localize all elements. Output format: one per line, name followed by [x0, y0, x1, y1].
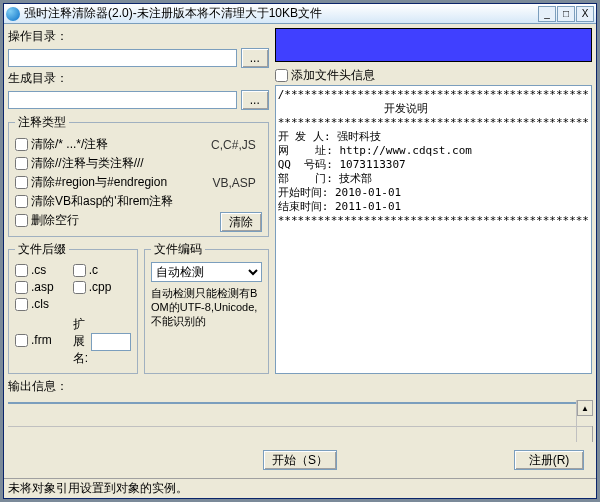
app-window: 强时注释清除器(2.0)-未注册版本将不清理大于10KB文件 _ □ X 操作目…	[3, 3, 597, 499]
ext-label: 扩展名:	[73, 316, 88, 367]
comment-types-legend: 注释类型	[15, 114, 69, 131]
register-button[interactable]: 注册(R)	[514, 450, 584, 470]
operate-dir-label: 操作目录：	[8, 28, 269, 45]
status-text: 未将对象引用设置到对象的实例。	[8, 480, 188, 497]
ct-check-0[interactable]: 清除/* ...*/注释	[15, 136, 108, 153]
suf-3[interactable]: .cpp	[73, 280, 131, 294]
encoding-group: 文件编码 自动检测 自动检测只能检测有BOM的UTF-8,Unicode,不能识…	[144, 241, 269, 374]
titlebar[interactable]: 强时注释清除器(2.0)-未注册版本将不清理大于10KB文件 _ □ X	[4, 4, 596, 24]
file-suffix-legend: 文件后缀	[15, 241, 69, 258]
header-info-textarea[interactable]: /***************************************…	[275, 85, 592, 374]
start-button[interactable]: 开始（S）	[263, 450, 337, 470]
output-wrap: ▲▼	[8, 400, 592, 442]
ct-check-4[interactable]: 删除空行	[15, 212, 79, 229]
hscrollbar[interactable]	[8, 426, 576, 442]
ext-input[interactable]	[91, 333, 131, 351]
output-textarea[interactable]	[8, 402, 592, 404]
client-area: 操作目录： ... 生成目录： ... 注释类型 清除/* ...*/注释C,C…	[4, 24, 596, 478]
comment-types-group: 注释类型 清除/* ...*/注释C,C#,JS 清除//注释与类注释/// 清…	[8, 114, 269, 237]
ct-check-1[interactable]: 清除//注释与类注释///	[15, 155, 144, 172]
encoding-legend: 文件编码	[151, 241, 205, 258]
banner-box	[275, 28, 592, 62]
suf-0[interactable]: .cs	[15, 263, 67, 277]
app-icon	[6, 7, 20, 21]
scroll-up-icon[interactable]: ▲	[577, 400, 593, 416]
suf-6[interactable]: .frm	[15, 314, 67, 366]
maximize-button[interactable]: □	[557, 6, 575, 22]
operate-dir-input[interactable]	[8, 49, 237, 67]
clear-button[interactable]: 清除	[220, 212, 262, 232]
encoding-note: 自动检测只能检测有BOM的UTF-8,Unicode,不能识别的	[151, 286, 262, 328]
add-header-check[interactable]: 添加文件头信息	[275, 67, 592, 84]
output-dir-label: 生成目录：	[8, 70, 269, 87]
ct-check-3[interactable]: 清除VB和asp的'和rem注释	[15, 193, 173, 210]
file-suffix-group: 文件后缀 .cs .c .asp .cpp .cls .frm 扩展名:	[8, 241, 138, 374]
operate-dir-browse[interactable]: ...	[241, 48, 269, 68]
window-title: 强时注释清除器(2.0)-未注册版本将不清理大于10KB文件	[24, 5, 538, 22]
close-button[interactable]: X	[576, 6, 594, 22]
encoding-select[interactable]: 自动检测	[151, 262, 262, 282]
scroll-corner	[576, 426, 592, 442]
output-info-label: 输出信息：	[8, 378, 592, 395]
ct-check-2[interactable]: 清除#region与#endregion	[15, 174, 167, 191]
statusbar: 未将对象引用设置到对象的实例。	[4, 478, 596, 498]
output-dir-browse[interactable]: ...	[241, 90, 269, 110]
minimize-button[interactable]: _	[538, 6, 556, 22]
suf-2[interactable]: .asp	[15, 280, 67, 294]
suf-4[interactable]: .cls	[15, 297, 67, 311]
suf-1[interactable]: .c	[73, 263, 131, 277]
output-dir-input[interactable]	[8, 91, 237, 109]
